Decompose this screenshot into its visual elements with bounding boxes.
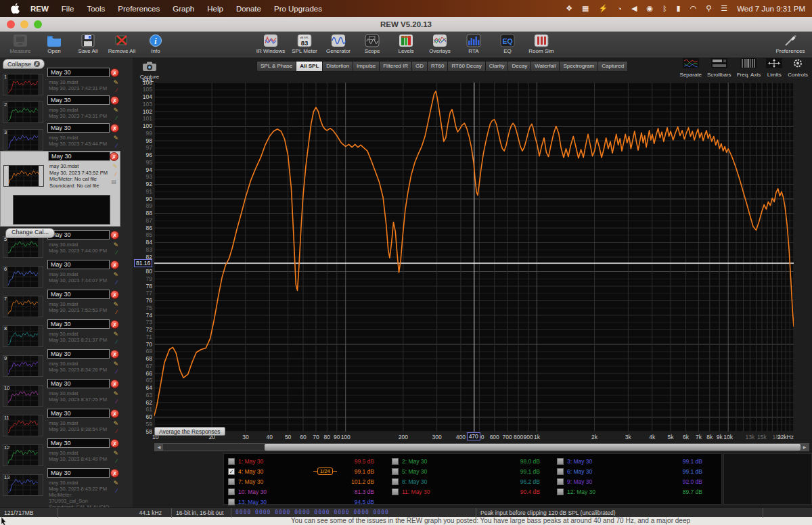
legend-checkbox[interactable]: [557, 478, 564, 485]
measurement-name-input[interactable]: [47, 349, 110, 359]
trace-style-icon[interactable]: ∕: [116, 279, 117, 286]
measurement-item-8[interactable]: 8✗✎∕may 30.mdatMay 30, 2023 8:21:37 PM: [0, 319, 120, 348]
menu-preferences[interactable]: Preferences: [118, 5, 160, 13]
measurement-notes-box[interactable]: [13, 195, 110, 225]
play-circle-icon[interactable]: ◉: [646, 4, 653, 13]
legend-entry-3-may-30[interactable]: 3: May 30: [557, 457, 592, 465]
tab-all-spl[interactable]: All SPL: [296, 61, 323, 72]
measurement-name-input[interactable]: [47, 123, 110, 133]
tab-gd[interactable]: GD: [412, 61, 428, 72]
legend-checkbox[interactable]: [557, 488, 564, 495]
measure-button[interactable]: Measure: [5, 33, 35, 54]
scroll-right-arrow[interactable]: ▶: [800, 444, 809, 451]
trace-style-icon[interactable]: ∕: [116, 87, 117, 93]
dropbox-icon[interactable]: ❖: [566, 4, 572, 13]
edit-notes-icon[interactable]: ✎: [113, 79, 118, 86]
tab-decay[interactable]: Decay: [508, 61, 531, 72]
menu-file[interactable]: File: [62, 5, 74, 13]
tab-impulse[interactable]: Impulse: [353, 61, 380, 72]
controls-button[interactable]: Controls: [788, 58, 808, 78]
edit-notes-icon[interactable]: ✎: [113, 480, 118, 486]
legend-entry-2-may-30[interactable]: 2: May 30: [392, 457, 427, 465]
legend-entry-8-may-30[interactable]: 8: May 30: [392, 478, 427, 486]
legend-label[interactable]: 8: May 30: [402, 478, 427, 485]
delete-measurement-button[interactable]: ✗: [110, 439, 119, 448]
legend-entry-12-may-30[interactable]: 12: May 30: [557, 488, 595, 496]
graph-scrollbar-thumb[interactable]: [265, 444, 800, 451]
edit-notes-icon[interactable]: ✎: [113, 361, 118, 367]
ir-windows-button[interactable]: IR Windows: [256, 33, 286, 54]
menu-help[interactable]: Help: [207, 5, 223, 13]
trace-style-icon[interactable]: ∕: [116, 458, 117, 464]
legend-label[interactable]: 9: May 30: [567, 478, 592, 485]
overlays-button[interactable]: Overlays: [425, 33, 455, 54]
measurement-item-13[interactable]: 13✗✎∕may 30.mdatMay 30, 2023 8:43:22 PMM…: [0, 468, 120, 497]
user-switch-icon[interactable]: ☰: [721, 4, 727, 13]
menu-rew[interactable]: REW: [30, 5, 49, 13]
edit-notes-icon[interactable]: ✎: [113, 242, 118, 248]
measurement-thumbnail-3[interactable]: [3, 129, 43, 151]
trace-style-icon[interactable]: ∕: [116, 171, 116, 177]
page-icon[interactable]: ▤: [111, 179, 116, 185]
smoothing-badge[interactable]: 1/24: [317, 467, 333, 475]
measurement-name-input[interactable]: [47, 68, 110, 77]
trace-style-icon[interactable]: ∕: [116, 309, 117, 315]
change-cal-button[interactable]: Change Cal...: [5, 228, 55, 238]
measurement-item-11[interactable]: 11✗✎∕may 30.mdatMay 30, 2023 8:38:54 PM: [0, 409, 120, 437]
delete-measurement-button[interactable]: ✗: [110, 350, 119, 359]
trace-style-icon[interactable]: ∕: [116, 115, 117, 121]
freqaxis-button[interactable]: Freq. Axis: [737, 58, 761, 78]
measurement-thumbnail-7[interactable]: [3, 296, 43, 317]
delete-measurement-button[interactable]: ✗: [110, 96, 119, 105]
legend-label[interactable]: 11: May 30: [402, 488, 430, 495]
legend-entry-5-may-30[interactable]: 5: May 30: [392, 467, 427, 476]
trace-style-icon[interactable]: ∕: [116, 398, 117, 405]
legend-checkbox[interactable]: [392, 478, 399, 485]
measurement-name-input[interactable]: [47, 230, 110, 239]
tab-filtered-ir[interactable]: Filtered IR: [380, 61, 412, 72]
info-button[interactable]: iInfo: [141, 33, 171, 54]
levels-button[interactable]: Levels: [391, 33, 421, 54]
tab-distortion[interactable]: Distortion: [323, 61, 353, 72]
legend-label[interactable]: 4: May 30: [238, 468, 263, 475]
edit-notes-icon[interactable]: ✎: [113, 390, 118, 397]
edit-notes-icon[interactable]: ✎: [113, 301, 118, 308]
measurement-name-input[interactable]: [47, 409, 110, 418]
measurement-item-10[interactable]: 10✗✎∕may 30.mdatMay 30, 2023 8:37:25 PM: [0, 379, 120, 407]
generator-button[interactable]: Generator: [323, 33, 353, 54]
tab-rt60[interactable]: RT60: [428, 61, 448, 72]
spl-meter-button[interactable]: dB SPL83SPL Meter: [290, 33, 319, 54]
remove-all-button[interactable]: Remove All: [107, 33, 137, 54]
scroll-left-arrow[interactable]: ◀: [155, 444, 163, 451]
legend-entry-11-may-30[interactable]: 11: May 30: [392, 488, 430, 496]
measurement-name-input[interactable]: [47, 319, 110, 329]
legend-entry-13-may-30[interactable]: 13: May 30: [228, 498, 267, 506]
legend-label[interactable]: 13: May 30: [238, 499, 267, 505]
edit-notes-icon[interactable]: ✎: [113, 450, 118, 457]
trace-style-icon[interactable]: ∕: [116, 369, 117, 375]
measurement-name-input[interactable]: [47, 379, 110, 388]
measurement-item-12[interactable]: 12✗✎∕may 30.mdatMay 30, 2023 8:41:49 PM: [0, 438, 120, 467]
measurement-name-input[interactable]: [48, 152, 110, 161]
measurement-name-input[interactable]: [47, 290, 110, 299]
edit-notes-icon[interactable]: ✎: [113, 331, 118, 338]
legend-checkbox[interactable]: [228, 499, 235, 505]
delete-measurement-button[interactable]: ✗: [110, 290, 119, 299]
menu-clock[interactable]: Wed 7 Jun 9:31 PM: [737, 5, 805, 13]
legend-label[interactable]: 2: May 30: [402, 458, 427, 465]
measurement-thumbnail-5[interactable]: [3, 236, 43, 258]
window-title-bar[interactable]: REW V5.20.13: [0, 17, 812, 32]
legend-checkbox[interactable]: [557, 458, 564, 465]
measurement-item-1[interactable]: 1✗✎∕may 30.mdatMay 30, 2023 7:42:31 PM: [0, 68, 120, 96]
volume-icon[interactable]: ◀: [631, 4, 637, 13]
legend-entry-9-may-30[interactable]: 9: May 30: [557, 478, 592, 486]
measurement-item-9[interactable]: 9✗✎∕may 30.mdatMay 30, 2023 8:34:26 PM: [0, 349, 120, 378]
open-button[interactable]: Open: [39, 33, 69, 54]
delete-measurement-button[interactable]: ✗: [110, 409, 119, 418]
trace-style-icon[interactable]: ∕: [116, 143, 117, 149]
measurement-thumbnail-9[interactable]: [3, 355, 43, 377]
legend-entry-7-may-30[interactable]: 7: May 30: [228, 478, 263, 486]
legend-label[interactable]: 7: May 30: [238, 478, 263, 485]
legend-checkbox[interactable]: [392, 468, 399, 475]
rta-button[interactable]: RTA: [459, 33, 489, 54]
